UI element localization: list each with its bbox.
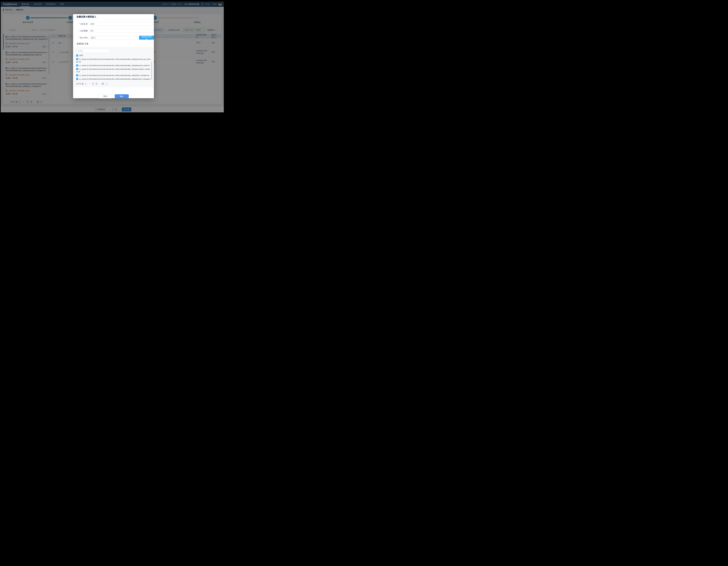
item-checkbox[interactable]: [76, 68, 78, 70]
prev-page-button[interactable]: [84, 82, 87, 85]
page-last[interactable]: 38: [101, 82, 104, 85]
total-count: 共 372 条: [76, 83, 84, 85]
remove-tag-icon[interactable]: ×: [94, 37, 95, 39]
next-page-button[interactable]: [105, 82, 108, 85]
app-window: CloudCanal 同步任务 同步设置 数据源管理 配置 v3.2.1.0 社…: [1, 2, 224, 112]
split-overlap-input[interactable]: [89, 29, 153, 33]
apply-tables-panel: 全选 cc_virtual_fs./Users/barry/source/clo…: [74, 47, 153, 87]
modal-title: 批量设置大模型嵌入: [73, 14, 154, 20]
apply-filter-input[interactable]: [76, 49, 110, 53]
item-checkbox[interactable]: [76, 74, 78, 76]
table-list-item[interactable]: cc_virtual_fs./Users/barry/source/cloudc…: [76, 68, 151, 73]
item-checkbox[interactable]: [76, 64, 78, 66]
split-length-input[interactable]: [89, 22, 153, 26]
page-1[interactable]: 1: [88, 82, 91, 85]
find-tables-button[interactable]: 查找有该列的表: [139, 36, 154, 40]
chevron-down-icon: [135, 37, 137, 38]
table-list-item[interactable]: cc_virtual_fs./Users/barry/source/cloudc…: [76, 74, 151, 77]
item-checkbox[interactable]: [76, 58, 78, 60]
select-all-checkbox[interactable]: [76, 54, 78, 57]
list-scrollbar[interactable]: [151, 62, 152, 80]
screenshot: CloudCanal 同步任务 同步设置 数据源管理 配置 v3.2.1.0 社…: [0, 0, 225, 113]
apply-section-title: 应用到以下表: [73, 43, 154, 45]
apply-tables-list: cc_virtual_fs./Users/barry/source/cloudc…: [76, 58, 151, 81]
page-ellipsis[interactable]: …: [99, 83, 101, 85]
select-all-row[interactable]: 全选: [76, 54, 151, 57]
apply-pagination: 共 372 条 1 2 3 … 38: [76, 82, 151, 85]
split-length-label: 分割长度: [73, 23, 88, 25]
item-checkbox[interactable]: [76, 78, 78, 80]
selected-field-tag: line×: [90, 37, 96, 39]
table-list-item[interactable]: cc_virtual_fs./Users/barry/source/cloudc…: [76, 78, 151, 81]
table-list-item[interactable]: cc_virtual_fs./Users/barry/source/cloudc…: [76, 64, 151, 67]
confirm-button[interactable]: 确定: [115, 94, 129, 98]
page-2[interactable]: 2: [92, 82, 94, 85]
embed-field-label: 嵌入字段: [73, 36, 88, 39]
split-overlap-label: 分割重叠: [73, 30, 88, 32]
batch-llm-embedding-modal: 批量设置大模型嵌入 分割长度 分割重叠 嵌入字段 line×: [73, 14, 154, 98]
table-list-item[interactable]: cc_virtual_fs./Users/barry/source/cloudc…: [76, 58, 151, 63]
cancel-button[interactable]: 取消: [98, 94, 112, 98]
embed-field-select[interactable]: line×: [89, 36, 138, 40]
page-3[interactable]: 3: [95, 82, 98, 85]
